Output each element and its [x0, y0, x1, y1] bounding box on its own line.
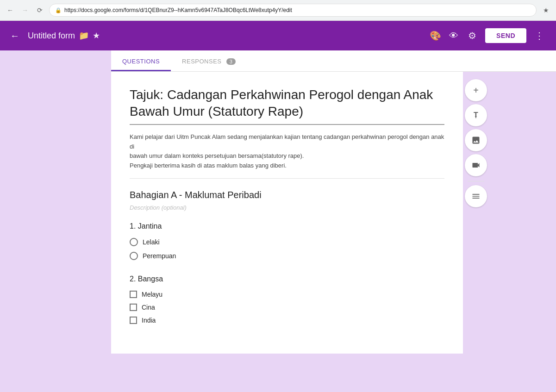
option-lelaki[interactable]: Lelaki	[130, 238, 444, 246]
back-to-forms-button[interactable]: ←	[7, 28, 22, 43]
bookmark-button[interactable]: ★	[540, 5, 551, 16]
form-title[interactable]: Tajuk: Cadangan Perkahwinan Perogol deng…	[130, 87, 444, 125]
checkbox-melayu[interactable]	[130, 291, 137, 298]
option-melayu[interactable]: Melayu	[130, 291, 444, 298]
app-header: ← Untitled form 📁 ★ 🎨 👁 ⚙ SEND ⋮	[0, 21, 556, 50]
tab-responses[interactable]: RESPONSES 3	[171, 50, 247, 71]
send-button[interactable]: SEND	[485, 28, 526, 43]
video-icon	[471, 161, 481, 170]
content-area: QUESTIONS RESPONSES 3 Tajuk: Cadangan Pe…	[111, 50, 556, 392]
section-title[interactable]: Bahagian A - Maklumat Peribadi	[130, 190, 444, 200]
checkbox-india[interactable]	[130, 317, 137, 324]
form-content: Tajuk: Cadangan Perkahwinan Perogol deng…	[111, 72, 463, 354]
add-title-button[interactable]: T T	[465, 104, 487, 126]
question-1-block: 1. Jantina Lelaki Perempuan	[130, 222, 444, 260]
right-toolbar: + T T	[463, 72, 489, 208]
tabs-bar: QUESTIONS RESPONSES 3	[111, 50, 556, 72]
browser-chrome: ← → ⟳ 🔒 https://docs.google.com/forms/d/…	[0, 0, 556, 21]
question-1-label: 1. Jantina	[130, 222, 444, 230]
content-row: Tajuk: Cadangan Perkahwinan Perogol deng…	[111, 72, 556, 354]
responses-badge: 3	[226, 58, 236, 65]
add-question-button[interactable]: +	[465, 79, 487, 101]
option-perempuan[interactable]: Perempuan	[130, 252, 444, 260]
more-options-button[interactable]: ⋮	[530, 26, 549, 45]
radio-perempuan-label: Perempuan	[143, 252, 176, 260]
reload-button[interactable]: ⟳	[34, 5, 45, 16]
palette-button[interactable]: 🎨	[426, 26, 444, 45]
address-bar[interactable]: 🔒 https://docs.google.com/forms/d/1QEBnu…	[49, 4, 537, 17]
section-icon	[471, 192, 481, 201]
form-title-header: Untitled form	[28, 31, 75, 41]
lock-icon: 🔒	[55, 7, 62, 13]
add-section-button[interactable]	[465, 185, 487, 207]
folder-button[interactable]: 📁	[79, 31, 89, 41]
settings-button[interactable]: ⚙	[463, 26, 481, 45]
section-description[interactable]: Description (optional)	[130, 204, 444, 211]
preview-button[interactable]: 👁	[444, 26, 463, 45]
forward-button[interactable]: →	[19, 5, 31, 16]
checkbox-cina-label: Cina	[142, 304, 155, 311]
url-text: https://docs.google.com/forms/d/1QEBnurZ…	[64, 7, 292, 13]
browser-nav: ← → ⟳ 🔒 https://docs.google.com/forms/d/…	[0, 0, 556, 20]
checkbox-cina[interactable]	[130, 304, 137, 311]
question-2-label: 2. Bangsa	[130, 275, 444, 283]
toolbar-divider	[468, 181, 484, 181]
star-button[interactable]: ★	[93, 31, 100, 41]
back-button[interactable]: ←	[5, 5, 16, 16]
main-layout: QUESTIONS RESPONSES 3 Tajuk: Cadangan Pe…	[0, 50, 556, 392]
desc-line-3: Pengkaji berterima kasih di atas maklum …	[130, 161, 444, 171]
left-accent	[0, 50, 111, 392]
image-icon	[471, 136, 481, 145]
radio-lelaki[interactable]	[130, 238, 138, 246]
checkbox-india-label: India	[142, 317, 156, 324]
radio-perempuan[interactable]	[130, 252, 138, 260]
add-icon: +	[473, 85, 479, 96]
option-cina[interactable]: Cina	[130, 304, 444, 311]
question-2-block: 2. Bangsa Melayu Cina India	[130, 275, 444, 324]
checkbox-melayu-label: Melayu	[142, 291, 162, 298]
desc-line-1: Kami pelajar dari Uitm Puncak Alam sedan…	[130, 132, 444, 152]
tab-questions[interactable]: QUESTIONS	[111, 50, 171, 71]
radio-lelaki-label: Lelaki	[143, 238, 160, 246]
form-description: Kami pelajar dari Uitm Puncak Alam sedan…	[130, 132, 444, 179]
title-sub-icon: T	[475, 115, 477, 119]
desc-line-2: bawah umur dalam konteks persetujuan ber…	[130, 151, 444, 161]
add-video-button[interactable]	[465, 154, 487, 176]
add-image-button[interactable]	[465, 129, 487, 151]
option-india[interactable]: India	[130, 317, 444, 324]
